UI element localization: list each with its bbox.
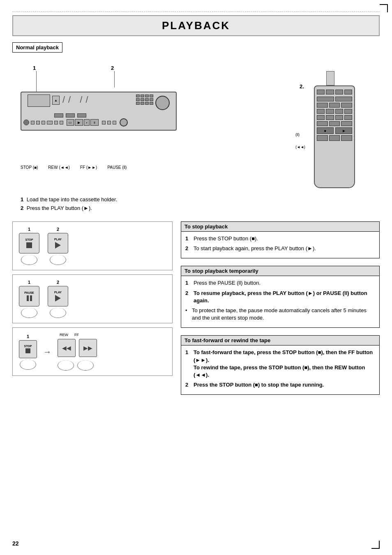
play-transport: ▶ [75,119,83,126]
stop-temporarily-body: 1 Press the PAUSE (ll) button. 2 To resu… [181,276,379,327]
slashes-decoration: // // [62,94,92,105]
stop-icon-2 [25,348,30,353]
remote-top-buttons [317,90,352,94]
stop-btn-label: STOP [25,238,33,241]
vcr-bottom-buttons: ▭ ▶ • ll [23,118,128,127]
pause-finger [21,308,37,318]
play-btn-label-2: PLAY [54,291,62,294]
rew-label: REW (◄◄) [48,165,70,170]
pointer-line-1 [36,71,37,94]
remote-row6 [317,121,352,126]
remote-control-area: 2. [297,63,380,188]
btn6 [60,121,63,124]
btn-wrap-play1: 2 PLAY [48,227,68,265]
ff-step-num-1: 1 [185,349,192,379]
remote-cable [326,71,334,85]
stop-step-2: 2 To start playback again, press the PLA… [185,245,375,252]
remote-row5 [317,115,352,120]
normal-playback-header: Normal playback [12,42,62,53]
diagram-num-2b: 2 [57,280,59,285]
instructions-column: To stop playback 1 Press the STOP button… [181,221,380,398]
fast-forward-box: To fast-forward or rewind the tape 1 To … [181,335,380,395]
step-num-1: 1 [21,196,23,203]
page-number: 22 [12,540,19,547]
power-button [23,120,29,125]
ff-icon: ▶▶ [83,345,92,351]
temp-step-text-1: Press the PAUSE (ll) button. [194,279,375,287]
diagram-num-1b: 1 [28,280,30,285]
main-step-1: 1 Load the tape into the cassette holder… [21,196,380,203]
stop-temporarily-box: To stop playback temporarily 1 Press the… [181,266,380,328]
stop-label: STOP (■) [21,165,38,170]
remote-play-btn: ▶ [335,127,352,134]
counter-2 [66,113,75,117]
btn4 [47,121,53,124]
btn2 [36,121,40,124]
play-button-shape-2: PLAY [48,286,68,306]
rbtn8 [329,103,340,108]
step-text-2: Press the PLAY button (►). [27,205,92,211]
rbtn11 [326,109,334,114]
ff-step-text-2: Press the STOP button (■) to stop the ta… [194,381,375,389]
remote-rew-label: (◄◄) [295,145,305,149]
diagram-num-1a: 1 [28,227,30,232]
remote-row4 [317,109,352,114]
pause-bar-2 [30,295,32,301]
stop-icon [26,242,32,248]
btn-wrap-stop: 1 STOP [19,227,39,265]
stop-step-text-2: To start playback again, press the PLAY … [194,245,375,252]
ff-step-text-1: To fast-forward the tape, press the STOP… [194,349,375,379]
play-icon-1 [55,242,61,249]
main-step-2: 2 Press the PLAY button (►). [21,205,380,211]
stop-temporarily-header: To stop playback temporarily [181,266,379,276]
stop-step-text-1: Press the STOP button (■). [194,235,375,242]
rbtn1 [317,90,325,94]
transport-controls: ▭ ▶ • ll [67,119,99,126]
btn1 [31,121,35,124]
ff-finger [77,360,94,371]
pause-button-shape: PAUSE [19,286,39,306]
vcr-diagram: 1 2 ▲ // // [12,59,289,174]
diagram-num-2a: 2 [57,227,59,232]
page-title: PLAYBACK [13,19,379,32]
eject-button: ▲ [52,96,60,105]
stop-play-diagram: 1 STOP 2 PLAY [12,221,173,270]
temp-step-text-2: To resume playback, press the PLAY butto… [194,290,375,304]
btn8 [107,121,111,124]
rew-label: REW [60,333,68,337]
pause-play-diagram: 1 PAUSE 2 PLAY [12,274,173,323]
rbtn4 [344,90,352,94]
remote-transport: ■ ▶ [317,127,352,134]
vcr-knob [155,96,170,110]
temp-step-bullet: • To protect the tape, the pause mode au… [185,307,375,322]
rbtn14 [317,115,325,120]
rew-ff-fingers [58,359,97,371]
remote-bottom-btns [317,135,352,141]
diagram-num-1c: 1 [27,334,29,339]
pause-label: PAUSE (ll) [107,165,127,170]
rbtn9 [341,103,352,108]
rew-ff-container: REW FF ◀◀ ▶▶ [58,333,97,371]
remote-left-labels: (ll) (◄◄) [295,133,305,149]
diagram-arrow: → [43,347,51,357]
temp-bullet: • [185,307,190,322]
step-num-2: 2 [21,205,23,211]
rbtn23 [341,135,352,141]
remote-row3 [317,103,352,108]
rbtn5 [317,97,334,101]
fast-forward-body: 1 To fast-forward the tape, press the ST… [181,345,379,394]
rew-icon: ◀◀ [62,345,71,351]
rbtn19 [329,121,340,126]
remote-label-2: 2. [300,83,304,90]
btn5 [54,121,58,124]
btn-wrap-pause: 1 PAUSE [19,280,39,318]
rbtn15 [326,115,334,120]
stop-button-shape-2: STOP [19,340,37,358]
temp-step-num-2: 2 [185,290,192,304]
remote-row2 [317,97,352,101]
main-steps-section: 1 Load the tape into the cassette holder… [21,196,380,211]
page-container: PLAYBACK Normal playback 1 2 ▲ // // [0,0,392,555]
folder-icon: ▭ [67,119,74,126]
vcr-body: ▲ // // [21,92,177,131]
rew-ff-labels: REW FF [60,333,97,337]
